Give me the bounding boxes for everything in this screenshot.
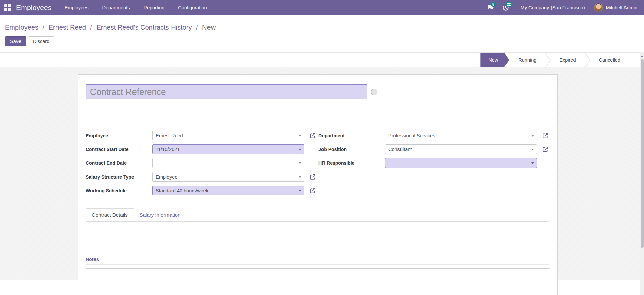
app-menu: Employees Departments Reporting Configur… bbox=[58, 0, 214, 15]
salary-structure-type-select[interactable]: Employee bbox=[152, 172, 304, 182]
contract-statusbar: New Running Expired Cancelled bbox=[0, 52, 644, 67]
working-schedule-value: Standard 40 hours/week bbox=[156, 188, 209, 193]
kanban-state-circle[interactable] bbox=[371, 89, 377, 95]
job-position-value: Consultant bbox=[388, 147, 412, 152]
contract-start-date-value: 11/10/2021 bbox=[156, 147, 180, 152]
field-groups: Employee Ernest Reed Contract Start Date… bbox=[86, 131, 549, 199]
dropdown-caret-icon bbox=[299, 135, 301, 137]
status-separator-icon bbox=[585, 53, 590, 68]
contract-start-date-label: Contract Start Date bbox=[86, 147, 152, 152]
left-field-group: Employee Ernest Reed Contract Start Date… bbox=[86, 131, 316, 199]
external-link-icon bbox=[542, 146, 548, 152]
dropdown-caret-icon bbox=[531, 149, 534, 150]
field-row-department: Department Professional Services bbox=[318, 131, 548, 140]
dropdown-caret-icon bbox=[531, 135, 534, 137]
field-row-employee: Employee Ernest Reed bbox=[86, 131, 316, 140]
tab-contract-details[interactable]: Contract Details bbox=[86, 208, 134, 221]
field-row-salary-structure-type: Salary Structure Type Employee bbox=[86, 172, 316, 182]
breadcrumb-separator: / bbox=[90, 24, 92, 31]
field-row-working-schedule: Working Schedule Standard 40 hours/week bbox=[86, 186, 316, 195]
activities-count-badge: 22 bbox=[505, 2, 513, 7]
department-label: Department bbox=[318, 133, 385, 138]
right-field-group: Department Professional Services Job Pos… bbox=[318, 131, 548, 199]
department-value: Professional Services bbox=[388, 133, 435, 138]
user-menu[interactable]: Mitchell Admin bbox=[594, 3, 637, 12]
breadcrumb-contracts-history-link[interactable]: Ernest Reed's Contracts History bbox=[96, 24, 192, 31]
job-position-external-link[interactable] bbox=[537, 146, 548, 152]
status-cancelled[interactable]: Cancelled bbox=[590, 53, 630, 67]
contract-end-date-input[interactable] bbox=[152, 158, 304, 168]
hr-responsible-select[interactable] bbox=[385, 158, 537, 168]
employee-label: Employee bbox=[86, 133, 152, 138]
salary-structure-type-external-link[interactable] bbox=[304, 174, 316, 180]
contract-details-tab-content: Notes bbox=[86, 222, 549, 295]
notes-textarea[interactable] bbox=[86, 268, 550, 295]
status-new[interactable]: New bbox=[480, 53, 509, 67]
tab-salary-information[interactable]: Salary Information bbox=[134, 208, 186, 221]
employee-select[interactable]: Ernest Reed bbox=[152, 131, 304, 140]
notebook-tabs: Contract Details Salary Information bbox=[86, 208, 549, 222]
user-name: Mitchell Admin bbox=[606, 5, 637, 10]
breadcrumb: Employees / Ernest Reed / Ernest Reed's … bbox=[5, 24, 644, 31]
menu-item-employees[interactable]: Employees bbox=[58, 0, 96, 15]
breadcrumb-separator: / bbox=[196, 24, 198, 31]
menu-item-reporting[interactable]: Reporting bbox=[137, 0, 171, 15]
employee-value: Ernest Reed bbox=[156, 133, 183, 138]
save-button[interactable]: Save bbox=[5, 36, 26, 46]
job-position-select[interactable]: Consultant bbox=[385, 144, 537, 154]
working-schedule-label: Working Schedule bbox=[86, 188, 152, 193]
discard-button[interactable]: Discard bbox=[28, 36, 54, 46]
notes-divider bbox=[86, 264, 549, 265]
company-switcher[interactable]: My Company (San Francisco) bbox=[515, 5, 591, 10]
external-link-icon bbox=[310, 133, 316, 139]
status-running[interactable]: Running bbox=[509, 53, 545, 67]
menu-item-departments[interactable]: Departments bbox=[95, 0, 137, 15]
job-position-label: Job Position bbox=[318, 147, 385, 152]
breadcrumb-ernest-reed-link[interactable]: Ernest Reed bbox=[49, 24, 86, 31]
employee-external-link[interactable] bbox=[304, 133, 316, 139]
working-schedule-select[interactable]: Standard 40 hours/week bbox=[152, 186, 304, 195]
field-row-hr-responsible: HR Responsible bbox=[318, 158, 548, 168]
apps-menu-button[interactable] bbox=[0, 0, 15, 15]
breadcrumb-employees-link[interactable]: Employees bbox=[5, 24, 38, 31]
field-row-contract-end-date: Contract End Date bbox=[86, 158, 316, 168]
apps-grid-icon bbox=[4, 4, 11, 11]
app-brand-title[interactable]: Employees bbox=[16, 4, 52, 12]
external-link-icon bbox=[310, 174, 316, 180]
navbar-left: Employees Employees Departments Reportin… bbox=[0, 0, 214, 15]
page-scrollbar[interactable] bbox=[640, 52, 644, 295]
external-link-icon bbox=[310, 188, 316, 194]
messages-menu-button[interactable]: 5 bbox=[485, 0, 497, 15]
scrollbar-thumb[interactable] bbox=[641, 59, 644, 248]
activities-menu-button[interactable]: 22 bbox=[500, 0, 512, 15]
contract-start-date-input[interactable]: 11/10/2021 bbox=[152, 144, 304, 154]
salary-structure-type-value: Employee bbox=[156, 174, 177, 180]
contract-reference-input[interactable] bbox=[86, 84, 367, 99]
messages-count-badge: 5 bbox=[491, 2, 496, 7]
contract-form-sheet: Employee Ernest Reed Contract Start Date… bbox=[78, 74, 558, 295]
title-row bbox=[86, 84, 549, 99]
department-select[interactable]: Professional Services bbox=[385, 131, 537, 140]
salary-structure-type-label: Salary Structure Type bbox=[86, 174, 152, 180]
top-navbar: Employees Employees Departments Reportin… bbox=[0, 0, 644, 15]
field-row-job-position: Job Position Consultant bbox=[318, 144, 548, 154]
dropdown-caret-icon bbox=[299, 162, 301, 164]
hr-responsible-label: HR Responsible bbox=[318, 160, 385, 166]
status-expired[interactable]: Expired bbox=[551, 53, 584, 67]
dropdown-caret-icon bbox=[299, 149, 301, 150]
working-schedule-external-link[interactable] bbox=[304, 188, 316, 194]
status-separator-icon bbox=[545, 53, 551, 68]
dropdown-caret-icon bbox=[531, 162, 534, 164]
breadcrumb-separator: / bbox=[43, 24, 45, 31]
menu-item-configuration[interactable]: Configuration bbox=[171, 0, 214, 15]
user-avatar bbox=[594, 3, 603, 12]
department-external-link[interactable] bbox=[537, 133, 548, 139]
form-notebook: Contract Details Salary Information Note… bbox=[86, 208, 549, 295]
notes-section-label: Notes bbox=[86, 257, 549, 262]
external-link-icon bbox=[542, 133, 548, 139]
field-row-contract-start-date: Contract Start Date 11/10/2021 bbox=[86, 144, 316, 154]
scrollbar-up-arrow-icon[interactable] bbox=[640, 55, 644, 57]
control-panel: Employees / Ernest Reed / Ernest Reed's … bbox=[0, 15, 644, 52]
main-content: Employee Ernest Reed Contract Start Date… bbox=[0, 67, 644, 280]
navbar-right: 5 22 My Company (San Francisco) Mitchell… bbox=[485, 0, 644, 15]
